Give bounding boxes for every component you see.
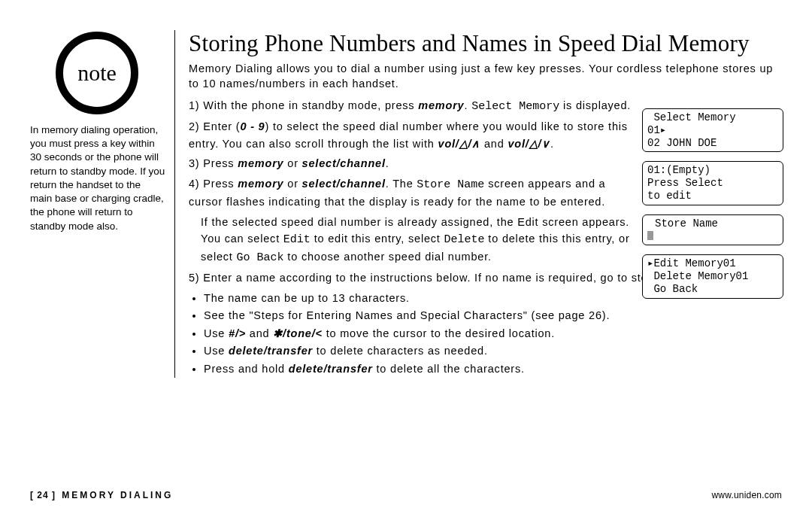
ringer-up-icon: △/∧ (459, 138, 480, 150)
lcd-edit-memory: ▸Edit Memory01 Delete Memory01 Go Back (642, 254, 783, 298)
note-icon: note (56, 32, 138, 114)
left-arrow-icon: < (316, 327, 323, 339)
page-footer: [ 24 ] MEMORY DIALING www.uniden.com (30, 490, 782, 500)
bullet-5: Press and hold delete/transfer to delete… (204, 360, 783, 377)
note-body: In memory dialing operation, you must pr… (30, 123, 165, 233)
lcd-store-name: Store Name (642, 214, 783, 246)
lcd-empty: 01:(Empty) Press Select to edit (642, 161, 783, 205)
intro-text: Memory Dialing allows you to dial a numb… (189, 62, 783, 91)
bullet-2: See the "Steps for Entering Names and Sp… (204, 307, 783, 324)
section-title: MEMORY DIALING (62, 490, 173, 500)
bullet-4: Use delete/transfer to delete characters… (204, 342, 783, 359)
note-label: note (77, 60, 117, 86)
lcd-select-memory: Select Memory 01▸ 02 JOHN DOE (642, 108, 783, 152)
page-number: [ 24 ] (30, 490, 56, 500)
cursor-icon (647, 231, 653, 240)
lcd-screens: Select Memory 01▸ 02 JOHN DOE 01:(Empty)… (642, 108, 783, 308)
bullet-3: Use #/> and ✱/tone/< to move the cursor … (204, 325, 783, 342)
note-sidebar: note In memory dialing operation, you mu… (30, 32, 165, 233)
page-title: Storing Phone Numbers and Names in Speed… (189, 30, 783, 57)
main-content: Storing Phone Numbers and Names in Speed… (174, 30, 783, 378)
ringer-down-icon: △/∨ (529, 138, 550, 150)
right-arrow-icon: > (239, 327, 246, 339)
star-icon: ✱ (273, 327, 283, 339)
manual-page: note In memory dialing operation, you mu… (0, 0, 812, 517)
footer-url: www.uniden.com (711, 490, 782, 500)
